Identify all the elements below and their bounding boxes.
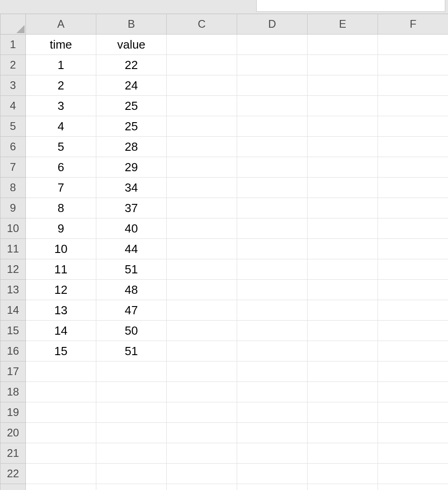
cell-E18[interactable] [308,382,378,402]
cell-E2[interactable] [308,55,378,75]
cell-A11[interactable]: 10 [26,239,96,259]
cell-F5[interactable] [378,116,448,137]
cell-B8[interactable]: 34 [96,178,167,198]
cell-C9[interactable] [167,198,237,218]
cell-E13[interactable] [308,280,378,300]
row-header-4[interactable]: 4 [0,96,26,116]
cell-F15[interactable] [378,321,448,341]
cell-D4[interactable] [237,96,308,116]
cell-E3[interactable] [308,75,378,96]
row-header-14[interactable]: 14 [0,300,26,321]
row-header-10[interactable]: 10 [0,218,26,239]
cell-E14[interactable] [308,300,378,321]
cell-A19[interactable] [26,402,96,423]
cell-D15[interactable] [237,321,308,341]
cell-D19[interactable] [237,402,308,423]
cell-E8[interactable] [308,178,378,198]
cell-F10[interactable] [378,218,448,239]
cell-F17[interactable] [378,361,448,382]
cell-C20[interactable] [167,423,237,443]
cell-C15[interactable] [167,321,237,341]
cell-A2[interactable]: 1 [26,55,96,75]
cell-E15[interactable] [308,321,378,341]
cell-F19[interactable] [378,402,448,423]
cell-E11[interactable] [308,239,378,259]
cell-F21[interactable] [378,443,448,464]
cell-A6[interactable]: 5 [26,137,96,157]
cell-A7[interactable]: 6 [26,157,96,178]
cell-D9[interactable] [237,198,308,218]
cell-B5[interactable]: 25 [96,116,167,137]
row-header-21[interactable]: 21 [0,443,26,464]
cell-D16[interactable] [237,341,308,361]
column-header-A[interactable]: A [26,14,96,35]
cell-C21[interactable] [167,443,237,464]
row-header-12[interactable]: 12 [0,259,26,280]
cell-A3[interactable]: 2 [26,75,96,96]
cell-F14[interactable] [378,300,448,321]
row-header-19[interactable]: 19 [0,402,26,423]
cell-A17[interactable] [26,361,96,382]
cell-B1[interactable]: value [96,35,167,55]
row-header-16[interactable]: 16 [0,341,26,361]
cell-D11[interactable] [237,239,308,259]
cell-B16[interactable]: 51 [96,341,167,361]
row-header-23[interactable]: 23 [0,484,26,490]
cell-A9[interactable]: 8 [26,198,96,218]
cell-A4[interactable]: 3 [26,96,96,116]
row-header-17[interactable]: 17 [0,361,26,382]
cell-C8[interactable] [167,178,237,198]
cell-F11[interactable] [378,239,448,259]
cell-E5[interactable] [308,116,378,137]
cell-F12[interactable] [378,259,448,280]
row-header-11[interactable]: 11 [0,239,26,259]
cell-E4[interactable] [308,96,378,116]
formula-bar[interactable] [256,0,445,12]
cell-B4[interactable]: 25 [96,96,167,116]
cell-B13[interactable]: 48 [96,280,167,300]
cell-F18[interactable] [378,382,448,402]
cell-F22[interactable] [378,464,448,484]
cell-A16[interactable]: 15 [26,341,96,361]
column-header-B[interactable]: B [96,14,167,35]
cell-D14[interactable] [237,300,308,321]
cell-F6[interactable] [378,137,448,157]
cell-C4[interactable] [167,96,237,116]
cell-E21[interactable] [308,443,378,464]
cell-F2[interactable] [378,55,448,75]
cell-C19[interactable] [167,402,237,423]
cell-B22[interactable] [96,464,167,484]
cell-E16[interactable] [308,341,378,361]
row-header-1[interactable]: 1 [0,35,26,55]
column-header-E[interactable]: E [308,14,378,35]
cell-C5[interactable] [167,116,237,137]
cell-B17[interactable] [96,361,167,382]
cell-E9[interactable] [308,198,378,218]
column-header-C[interactable]: C [167,14,237,35]
cell-D5[interactable] [237,116,308,137]
cell-A22[interactable] [26,464,96,484]
cell-A12[interactable]: 11 [26,259,96,280]
cell-D18[interactable] [237,382,308,402]
cell-D23[interactable] [237,484,308,490]
cell-C12[interactable] [167,259,237,280]
row-header-2[interactable]: 2 [0,55,26,75]
column-header-D[interactable]: D [237,14,308,35]
cell-B10[interactable]: 40 [96,218,167,239]
cell-D13[interactable] [237,280,308,300]
cell-D6[interactable] [237,137,308,157]
cell-A10[interactable]: 9 [26,218,96,239]
cell-D22[interactable] [237,464,308,484]
cell-D3[interactable] [237,75,308,96]
cell-F4[interactable] [378,96,448,116]
cell-A23[interactable] [26,484,96,490]
cell-C14[interactable] [167,300,237,321]
row-header-15[interactable]: 15 [0,321,26,341]
cell-C17[interactable] [167,361,237,382]
row-header-13[interactable]: 13 [0,280,26,300]
row-header-20[interactable]: 20 [0,423,26,443]
cell-E1[interactable] [308,35,378,55]
cell-B9[interactable]: 37 [96,198,167,218]
cell-E7[interactable] [308,157,378,178]
cell-C7[interactable] [167,157,237,178]
